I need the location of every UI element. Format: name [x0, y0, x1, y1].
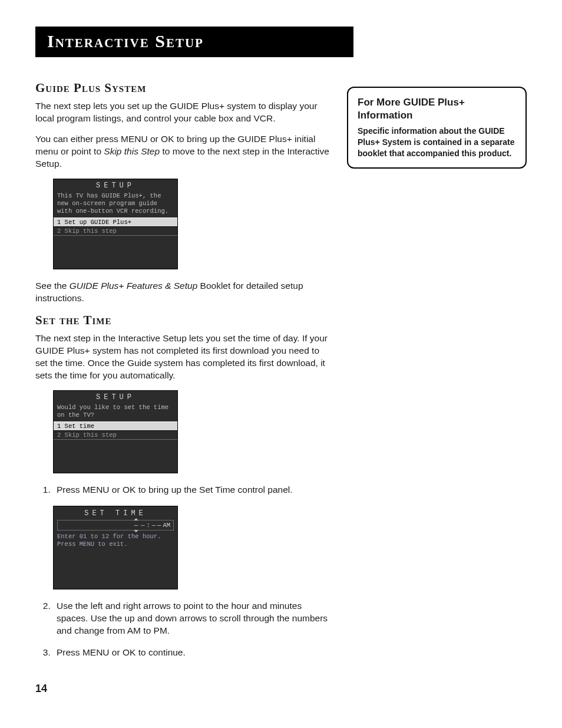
- set-time-line2: Press MENU to exit.: [54, 541, 177, 549]
- guideplus-para1: The next step lets you set up the GUIDE …: [35, 100, 330, 125]
- menu-item-skip-step[interactable]: 2 Skip this step: [54, 431, 177, 440]
- tv-panel-title: SETUP: [54, 391, 177, 403]
- hour-tens-value: —: [134, 522, 138, 529]
- section-title-guideplus: Guide Plus System: [35, 81, 330, 95]
- step-3: Press MENU or OK to continue.: [53, 647, 330, 659]
- tv-panel-desc: This TV has GUIDE Plus+, the new on-scre…: [54, 191, 177, 216]
- arrow-down-icon: [134, 530, 138, 532]
- minute-ones-value: —: [157, 522, 161, 529]
- time-input-row[interactable]: — — : — — AM: [57, 520, 174, 531]
- settime-para1: The next step in the Interactive Setup l…: [35, 332, 330, 382]
- menu-item-set-time[interactable]: 1 Set time: [54, 421, 177, 431]
- tv-setup-panel-guideplus: SETUP This TV has GUIDE Plus+, the new o…: [53, 179, 178, 269]
- tv-set-time-panel: SET TIME — — : — — AM Enter 01 to 12 for…: [53, 506, 178, 589]
- step-2: Use the left and right arrows to point t…: [53, 600, 330, 637]
- sidebar-info-box: For More GUIDE Plus+ Information Specifi…: [347, 87, 527, 169]
- guideplus-para2: You can either press MENU or OK to bring…: [35, 133, 330, 170]
- tv-setup-panel-settime: SETUP Would you like to set the time on …: [53, 390, 178, 473]
- menu-item-skip-step[interactable]: 2 Skip this step: [54, 227, 177, 236]
- tv-panel-desc: Would you like to set the time on the TV…: [54, 403, 177, 420]
- hour-ones-value: —: [141, 522, 144, 529]
- ampm-value: AM: [163, 522, 170, 529]
- menu-item-setup-guideplus[interactable]: 1 Set up GUIDE Plus+: [54, 218, 177, 227]
- guideplus-after-a: See the: [35, 281, 70, 291]
- hour-tens-slot[interactable]: —: [133, 522, 139, 529]
- guideplus-after-em: GUIDE Plus+ Features & Setup: [70, 281, 198, 291]
- sidebar-title: For More GUIDE Plus+ Information: [358, 96, 516, 122]
- time-colon: :: [146, 522, 150, 529]
- minute-tens-value: —: [152, 522, 156, 529]
- sidebar-text: Specific information about the GUIDE Plu…: [358, 126, 516, 159]
- set-time-line1: Enter 01 to 12 for the hour.: [54, 533, 177, 541]
- arrow-up-icon: [134, 518, 138, 521]
- page-header: Interactive Setup: [35, 27, 353, 57]
- step-1: Press MENU or OK to bring up the Set Tim…: [53, 484, 330, 496]
- set-time-title: SET TIME: [54, 506, 177, 520]
- guideplus-para2-em: Skip this Step: [104, 146, 160, 156]
- guideplus-after: See the GUIDE Plus+ Features & Setup Boo…: [35, 280, 330, 305]
- section-title-settime: Set the Time: [35, 313, 330, 328]
- tv-panel-title: SETUP: [54, 179, 177, 191]
- page-number: 14: [35, 683, 330, 695]
